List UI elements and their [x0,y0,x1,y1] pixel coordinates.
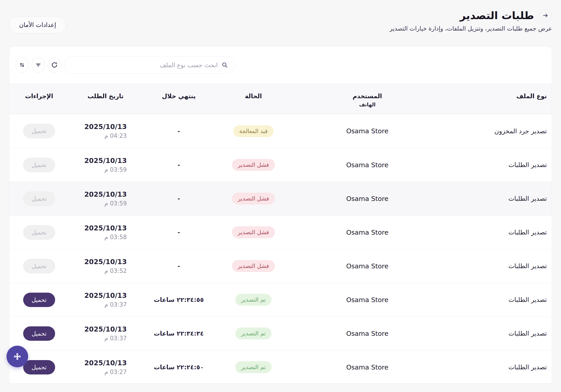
status-cell: فشل التصدير [216,159,291,171]
expires-cell: ٢٢:٣٤:٥٥ ساعات [142,296,216,303]
request-time: 03:59 م [84,200,127,207]
file-type-cell: تصدير الطلبات [443,330,552,337]
header-status: الحالة [216,84,291,114]
file-type-cell: تصدير الطلبات [443,363,552,371]
floating-action-button[interactable] [7,346,28,367]
file-type-cell: تصدير جرد المخزون [443,127,552,135]
clover-icon [11,351,23,362]
status-cell: فشل التصدير [216,260,291,272]
file-type-cell: تصدير الطلبات [443,195,552,202]
status-cell: قيد المعالجة [216,125,291,137]
table-row: تصدير الطلبات Osama Store فشل التصدير - … [9,215,552,249]
request-date-cell: 2025/10/13 04:23 م [69,123,142,139]
request-date: 2025/10/13 [84,224,127,232]
status-cell: فشل التصدير [216,226,291,238]
header-expires-in: ينتهي خلال [142,84,216,114]
request-time: 03:27 م [84,369,127,375]
refresh-icon [51,62,58,68]
expires-cell: - [142,263,216,269]
download-button[interactable]: تحميل [23,124,55,138]
user-cell: Osama Store [291,296,443,304]
table-row: تصدير الطلبات Osama Store تم التصدير ٢٢:… [9,350,552,383]
expires-cell: - [142,161,216,168]
refresh-button[interactable] [48,57,61,73]
search-box [64,56,235,73]
table-row: تصدير الطلبات Osama Store تم التصدير ٢٢:… [9,317,552,350]
request-date-cell: 2025/10/13 03:58 م [69,224,142,241]
download-button[interactable]: تحميل [23,225,55,240]
request-date: 2025/10/13 [84,258,127,266]
header-user: المستخدم الهاتف [291,84,443,114]
table-toolbar [9,47,552,84]
request-date-cell: 2025/10/13 03:59 م [69,190,142,207]
status-cell: تم التصدير [216,294,291,306]
request-date: 2025/10/13 [84,325,127,333]
arrow-right-icon [542,12,549,19]
expires-cell: ٢٢:٢٤:٥٠ ساعات [142,364,216,371]
actions-cell: تحميل [9,158,69,172]
export-requests-card: نوع الملف المستخدم الهاتف الحالة ينتهي خ… [9,46,552,383]
actions-cell: تحميل [9,259,69,273]
download-button[interactable]: تحميل [23,259,55,273]
header-user-label: المستخدم [353,93,382,100]
download-button[interactable]: تحميل [23,158,55,172]
file-type-cell: تصدير الطلبات [443,229,552,236]
status-badge: قيد المعالجة [233,125,273,137]
header-request-date: تاريخ الطلب [69,84,142,114]
request-date: 2025/10/13 [84,123,127,131]
status-cell: تم التصدير [216,361,291,373]
status-badge: فشل التصدير [232,193,275,205]
sort-button[interactable] [16,57,29,73]
request-time: 04:23 م [84,132,127,139]
search-input[interactable] [71,62,218,69]
request-date-cell: 2025/10/13 03:59 م [69,157,142,173]
page-title: طلبات التصدير [460,10,534,21]
header-actions: الإجراءات [9,84,69,114]
request-date-cell: 2025/10/13 03:52 م [69,258,142,274]
expires-cell: - [142,128,216,135]
expires-cell: - [142,229,216,236]
request-date: 2025/10/13 [84,359,127,367]
user-cell: Osama Store [291,127,443,135]
actions-cell: تحميل [9,192,69,206]
file-type-cell: تصدير الطلبات [443,161,552,169]
user-cell: Osama Store [291,330,443,337]
filter-button[interactable] [32,57,45,73]
status-badge: تم التصدير [235,328,271,340]
table-header-row: نوع الملف المستخدم الهاتف الحالة ينتهي خ… [9,84,552,114]
request-time: 03:59 م [84,166,127,173]
table-row: تصدير الطلبات Osama Store تم التصدير ٢٢:… [9,283,552,317]
request-time: 03:58 م [84,234,127,240]
download-button[interactable]: تحميل [23,326,55,341]
expires-cell: ٢٢:٣٤:٣٤ ساعات [142,330,216,337]
sort-icon [19,62,25,68]
page-header: طلبات التصدير عرض جميع طلبات التصدير، وت… [9,9,552,33]
export-requests-page: طلبات التصدير عرض جميع طلبات التصدير، وت… [0,0,561,383]
request-date-cell: 2025/10/13 03:37 م [69,325,142,342]
file-type-cell: تصدير الطلبات [443,262,552,270]
request-date: 2025/10/13 [84,157,127,165]
request-date-cell: 2025/10/13 03:27 م [69,359,142,376]
security-settings-button[interactable]: إعدادات الأمان [9,16,66,33]
actions-cell: تحميل [9,326,69,341]
table-row: تصدير الطلبات Osama Store فشل التصدير - … [9,148,552,182]
user-cell: Osama Store [291,195,443,203]
request-time: 03:37 م [84,301,127,308]
request-date: 2025/10/13 [84,291,127,299]
page-header-right: طلبات التصدير عرض جميع طلبات التصدير، وت… [389,9,552,32]
user-cell: Osama Store [291,262,443,270]
file-type-cell: تصدير الطلبات [443,296,552,303]
header-phone-label: الهاتف [291,102,443,107]
header-file-type: نوع الملف [443,84,552,114]
download-button[interactable]: تحميل [23,192,55,206]
user-cell: Osama Store [291,161,443,169]
back-button[interactable] [539,9,552,22]
download-button[interactable]: تحميل [23,360,55,374]
download-button[interactable]: تحميل [23,293,55,307]
status-cell: فشل التصدير [216,193,291,205]
status-badge: فشل التصدير [232,226,275,238]
status-cell: تم التصدير [216,328,291,340]
status-badge: فشل التصدير [232,159,275,171]
table-row: تصدير الطلبات Osama Store فشل التصدير - … [9,182,552,215]
request-time: 03:52 م [84,268,127,274]
